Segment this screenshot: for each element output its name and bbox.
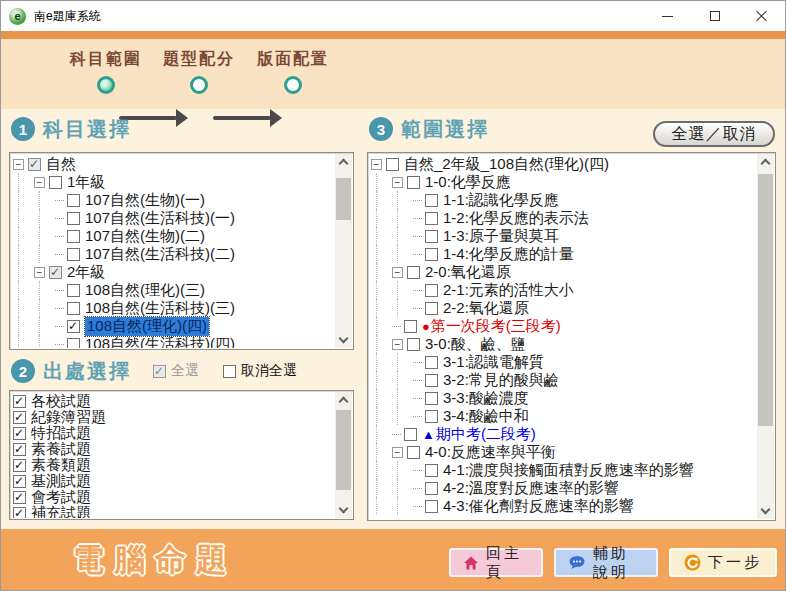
checkbox[interactable] — [13, 427, 26, 440]
checkbox[interactable] — [13, 443, 26, 456]
tree-label[interactable]: 108自然(理化)(三) — [85, 281, 205, 300]
tree-label[interactable]: 1-4:化學反應的計量 — [443, 245, 574, 264]
tree-label[interactable]: 4-2:溫度對反應速率的影響 — [443, 479, 619, 498]
tree-label[interactable]: 2-2:氧化還原 — [443, 299, 529, 318]
tree-label[interactable]: 108自然(理化)(四) — [85, 317, 209, 336]
close-button[interactable] — [738, 1, 785, 31]
tree-row[interactable]: 108自然(生活科技)(三) — [13, 299, 334, 317]
scroll-down-icon[interactable] — [339, 334, 349, 344]
checkbox[interactable] — [404, 428, 417, 441]
checkbox[interactable] — [425, 374, 438, 387]
checkbox[interactable] — [49, 176, 62, 189]
checkbox[interactable] — [67, 338, 80, 349]
scroll-down-icon[interactable] — [339, 504, 349, 514]
checkbox[interactable] — [13, 475, 26, 488]
tree-row[interactable]: ▲期中考(二段考) — [371, 425, 756, 443]
tree-label[interactable]: 4-1:濃度與接觸面積對反應速率的影響 — [443, 461, 694, 480]
checkbox[interactable] — [386, 158, 399, 171]
checkbox[interactable] — [49, 266, 62, 279]
tree-label[interactable]: 2-1:元素的活性大小 — [443, 281, 574, 300]
checkbox[interactable] — [67, 302, 80, 315]
collapse-icon[interactable]: − — [34, 267, 45, 278]
tree-label[interactable]: 3-0:酸、鹼、鹽 — [425, 335, 526, 354]
checkbox[interactable] — [67, 248, 80, 261]
checkbox[interactable] — [67, 194, 80, 207]
tree-row[interactable]: 2-1:元素的活性大小 — [371, 281, 756, 299]
collapse-icon[interactable]: − — [13, 159, 24, 170]
tree-row[interactable]: −2年級 — [13, 263, 334, 281]
checkbox[interactable] — [407, 176, 420, 189]
tree-label[interactable]: 3-1:認識電解質 — [443, 353, 544, 372]
tree-row[interactable]: −2-0:氧化還原 — [371, 263, 756, 281]
tree-row[interactable]: 1-3:原子量與莫耳 — [371, 227, 756, 245]
tree-row[interactable]: 108自然(理化)(三) — [13, 281, 334, 299]
tree-label[interactable]: 2-0:氧化還原 — [425, 263, 511, 282]
subject-tree-scrollbar[interactable] — [335, 154, 352, 348]
tree-row[interactable]: 4-2:溫度對反應速率的影響 — [371, 479, 756, 497]
checkbox[interactable] — [13, 411, 26, 424]
scrollbar-thumb[interactable] — [336, 178, 351, 220]
tree-row[interactable]: 107自然(生物)(二) — [13, 227, 334, 245]
tree-label[interactable]: 3-2:常見的酸與鹼 — [443, 371, 559, 390]
deselect-all-checkbox[interactable] — [223, 365, 236, 378]
scroll-down-icon[interactable] — [761, 505, 771, 515]
checkbox[interactable] — [425, 248, 438, 261]
tree-label[interactable]: 1-2:化學反應的表示法 — [443, 209, 589, 228]
home-button[interactable]: 回主頁 — [449, 548, 543, 577]
checkbox[interactable] — [425, 356, 438, 369]
tree-row[interactable]: 108自然(生活科技)(四) — [13, 335, 334, 348]
checkbox[interactable] — [425, 482, 438, 495]
checkbox[interactable] — [67, 320, 80, 333]
tree-label[interactable]: 期中考(二段考) — [436, 425, 536, 444]
checkbox[interactable] — [425, 284, 438, 297]
collapse-icon[interactable]: − — [392, 267, 403, 278]
collapse-icon[interactable]: − — [392, 339, 403, 350]
tree-row[interactable]: −1年級 — [13, 173, 334, 191]
tree-row[interactable]: 107自然(生物)(一) — [13, 191, 334, 209]
checkbox[interactable] — [425, 410, 438, 423]
tree-row[interactable]: 108自然(理化)(四) — [13, 317, 334, 335]
checkbox[interactable] — [67, 230, 80, 243]
collapse-icon[interactable]: − — [371, 159, 382, 170]
select-all-checkbox[interactable] — [153, 365, 166, 378]
checkbox[interactable] — [425, 212, 438, 225]
collapse-icon[interactable]: − — [392, 177, 403, 188]
tree-label[interactable]: 1年級 — [67, 173, 105, 192]
tree-row[interactable]: −4-0:反應速率與平衡 — [371, 443, 756, 461]
checkbox[interactable] — [28, 158, 41, 171]
tree-label[interactable]: 1-3:原子量與莫耳 — [443, 227, 559, 246]
tree-label[interactable]: 3-4:酸鹼中和 — [443, 407, 529, 426]
checkbox[interactable] — [404, 320, 417, 333]
tree-label[interactable]: 2年級 — [67, 263, 105, 282]
tree-label[interactable]: 107自然(生物)(一) — [85, 191, 205, 210]
checkbox[interactable] — [425, 302, 438, 315]
source-list-scrollbar[interactable] — [335, 392, 352, 518]
tree-label[interactable]: 自然 — [46, 155, 76, 174]
tree-row[interactable]: 1-4:化學反應的計量 — [371, 245, 756, 263]
tree-row[interactable]: 107自然(生活科技)(二) — [13, 245, 334, 263]
checkbox[interactable] — [425, 194, 438, 207]
tree-label[interactable]: 107自然(生物)(二) — [85, 227, 205, 246]
checkbox[interactable] — [13, 507, 26, 519]
minimize-button[interactable] — [644, 1, 691, 31]
tree-row[interactable]: 1-1:認識化學反應 — [371, 191, 756, 209]
checkbox[interactable] — [67, 284, 80, 297]
tree-row[interactable]: 2-2:氧化還原 — [371, 299, 756, 317]
collapse-icon[interactable]: − — [392, 447, 403, 458]
tree-label[interactable]: 3-3:酸鹼濃度 — [443, 389, 529, 408]
checkbox[interactable] — [407, 266, 420, 279]
next-button[interactable]: 下一步 — [669, 548, 777, 577]
tree-label[interactable]: 1-0:化學反應 — [425, 173, 511, 192]
tree-row[interactable]: 3-3:酸鹼濃度 — [371, 389, 756, 407]
tree-label[interactable]: 108自然(生活科技)(三) — [85, 299, 235, 318]
tree-row[interactable]: −3-0:酸、鹼、鹽 — [371, 335, 756, 353]
tree-row[interactable]: −自然_2年級_108自然(理化)(四) — [371, 155, 756, 173]
range-tree-scrollbar[interactable] — [757, 154, 774, 519]
maximize-button[interactable] — [691, 1, 738, 31]
tree-label[interactable]: 4-3:催化劑對反應速率的影響 — [443, 497, 634, 516]
checkbox[interactable] — [425, 464, 438, 477]
scroll-up-icon[interactable] — [339, 159, 349, 169]
tree-row[interactable]: −自然 — [13, 155, 334, 173]
tree-row[interactable]: ●第一次段考(三段考) — [371, 317, 756, 335]
scrollbar-thumb[interactable] — [336, 410, 351, 490]
